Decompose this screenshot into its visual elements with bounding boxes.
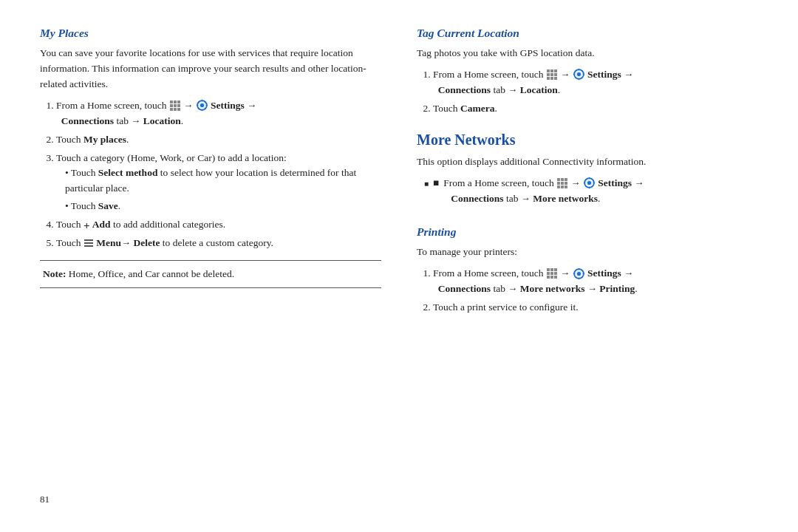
printing-step-1: From a Home screen, touch → <box>433 266 758 297</box>
printing-steps: From a Home screen, touch → <box>417 266 758 316</box>
more-arrow-1: → <box>571 177 581 188</box>
svg-rect-59 <box>550 272 553 275</box>
svg-point-33 <box>577 72 581 76</box>
settings-icon-4 <box>573 267 585 280</box>
tag-arrow-3: → <box>508 84 517 95</box>
svg-rect-41 <box>565 178 567 181</box>
my-places-title: My Places <box>40 27 381 40</box>
tag-arrow-2: → <box>624 69 633 80</box>
arrow-3: → <box>131 115 140 126</box>
svg-rect-60 <box>554 272 557 275</box>
printing-section: Printing To manage your printers: From a… <box>417 225 758 320</box>
arrow-1: → <box>183 100 193 111</box>
svg-rect-4 <box>174 104 177 107</box>
print-arrow-4: → <box>587 283 597 294</box>
grid-icon-3 <box>556 177 568 189</box>
svg-rect-53 <box>584 183 586 184</box>
more-networks-item: ■ From a Home screen, touch → <box>424 176 758 207</box>
svg-rect-6 <box>170 108 173 111</box>
bullet-save: Touch Save. <box>65 199 381 214</box>
svg-rect-37 <box>573 74 576 75</box>
plus-icon: + <box>83 220 90 231</box>
svg-rect-30 <box>550 77 553 80</box>
svg-rect-40 <box>561 178 564 181</box>
svg-rect-22 <box>84 245 93 247</box>
my-places-section: My Places You can save your favorite loc… <box>40 27 381 288</box>
menu-bold: Menu <box>96 237 121 248</box>
my-places-bold: My places <box>83 134 126 145</box>
tag-connections-label: Connections <box>438 84 491 95</box>
svg-rect-2 <box>177 100 180 103</box>
svg-rect-27 <box>550 73 553 76</box>
more-networks-label: More networks <box>533 193 598 204</box>
arrow-2: → <box>247 100 256 111</box>
svg-rect-15 <box>205 105 208 106</box>
svg-rect-3 <box>170 104 173 107</box>
svg-rect-57 <box>554 268 557 271</box>
svg-rect-31 <box>554 77 557 80</box>
tag-steps: From a Home screen, touch → <box>417 67 758 117</box>
svg-rect-68 <box>578 277 579 279</box>
print-more-label: More networks <box>520 283 585 294</box>
settings-icon-2 <box>573 68 585 81</box>
save-bold: Save <box>98 200 118 211</box>
connections-label: Connections <box>61 115 114 126</box>
more-networks-section: More Networks This option displays addit… <box>417 132 758 211</box>
step-1: From a Home screen, touch → <box>56 98 381 129</box>
svg-rect-1 <box>174 100 177 103</box>
svg-point-10 <box>200 103 204 107</box>
more-networks-list: ■ From a Home screen, touch → <box>417 176 758 207</box>
more-arrow-2: → <box>634 177 644 188</box>
svg-rect-23 <box>547 69 550 72</box>
svg-rect-28 <box>554 73 557 76</box>
svg-rect-24 <box>550 69 553 72</box>
note-box: Note: Home, Office, and Car cannot be de… <box>40 260 381 288</box>
svg-rect-61 <box>547 276 550 279</box>
tag-arrow-1: → <box>560 69 570 80</box>
svg-point-65 <box>577 272 581 276</box>
svg-rect-69 <box>573 273 576 274</box>
more-networks-body: This option displays additional Connecti… <box>417 154 758 170</box>
tag-body: Tag photos you take with GPS location da… <box>417 46 758 61</box>
grid-icon-2 <box>546 69 558 81</box>
svg-rect-51 <box>589 177 590 180</box>
tag-title: Tag Current Location <box>417 27 758 40</box>
svg-rect-55 <box>547 268 550 271</box>
columns: My Places You can save your favorite loc… <box>40 27 758 505</box>
svg-rect-43 <box>561 182 564 185</box>
step-3: Touch a category (Home, Work, or Car) to… <box>56 151 381 215</box>
grid-icon <box>169 100 181 112</box>
svg-rect-29 <box>547 77 550 80</box>
svg-rect-44 <box>565 182 567 185</box>
grid-icon-4 <box>546 267 558 279</box>
svg-rect-58 <box>547 272 550 275</box>
tag-section: Tag Current Location Tag photos you take… <box>417 27 758 121</box>
more-arrow-3: → <box>521 193 531 204</box>
select-method-bold: Select method <box>98 167 158 178</box>
col-left: My Places You can save your favorite loc… <box>40 27 381 505</box>
svg-rect-5 <box>177 104 180 107</box>
step-5: Touch Menu→ Delete to delete a custom ca… <box>56 236 381 251</box>
settings-icon <box>196 99 208 112</box>
square-bullet: ■ <box>433 176 439 191</box>
tag-step-1: From a Home screen, touch → <box>433 67 758 98</box>
more-networks-text: From a Home screen, touch → <box>443 176 644 207</box>
svg-rect-56 <box>550 268 553 271</box>
svg-rect-21 <box>84 242 93 244</box>
print-connections-label: Connections <box>438 283 491 294</box>
menu-icon <box>83 238 94 248</box>
note-label: Note: <box>43 268 66 279</box>
svg-rect-42 <box>557 182 560 185</box>
svg-rect-62 <box>550 276 553 279</box>
add-bold: Add <box>92 219 111 230</box>
svg-rect-36 <box>578 78 579 81</box>
my-places-steps: From a Home screen, touch → <box>40 98 381 251</box>
svg-rect-39 <box>557 178 560 181</box>
settings-icon-3 <box>583 177 596 189</box>
menu-arrow: → <box>121 237 131 248</box>
step-3-bullets: Touch Select method to select how your l… <box>56 166 381 214</box>
page: My Places You can save your favorite loc… <box>0 0 798 532</box>
step-2: Touch My places. <box>56 132 381 148</box>
print-settings-label: Settings <box>587 267 621 279</box>
tag-location-label: Location <box>520 84 558 95</box>
